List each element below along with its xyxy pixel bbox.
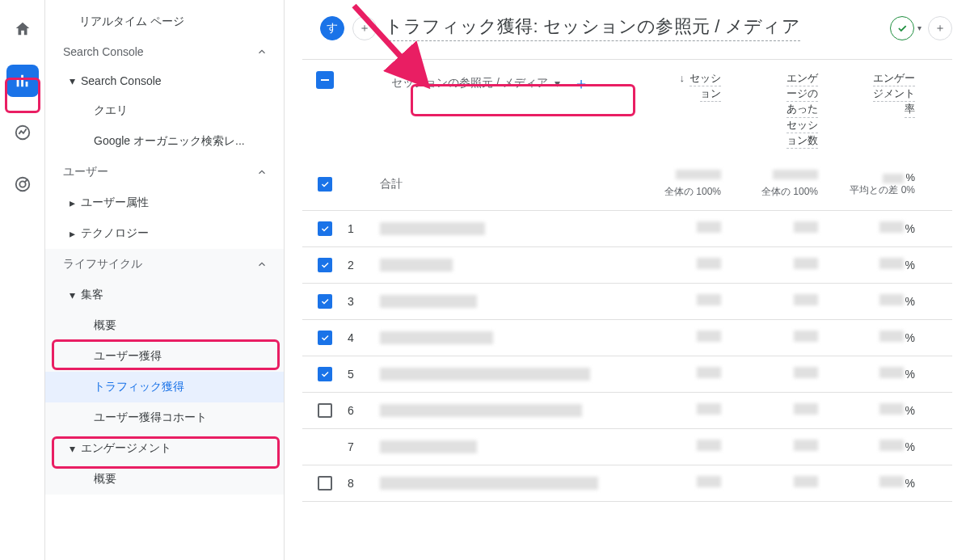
sidebar-item-label: ユーザー属性: [81, 196, 149, 210]
metric-cell: [728, 440, 824, 453]
sidebar-item-label: リアルタイム ページ: [79, 15, 184, 29]
metric-cell: [728, 258, 824, 272]
row-checkbox[interactable]: [318, 403, 332, 418]
metric-cell: [630, 331, 728, 344]
sidebar-item-label: ユーザー獲得コホート: [94, 411, 207, 425]
row-dimension-value: [380, 368, 590, 381]
sidebar-item-label: Search Console: [81, 74, 162, 87]
dimension-selector-label: セッションの参照元 / メディア: [391, 76, 548, 91]
add-dimension-button[interactable]: ＋: [573, 75, 589, 91]
metric-cell: [630, 221, 728, 235]
row-index: 4: [348, 331, 380, 344]
row-dimension-value: [380, 222, 485, 235]
add-button[interactable]: ＋: [352, 16, 377, 40]
home-icon[interactable]: [6, 13, 39, 45]
sidebar-item-label: 集客: [81, 288, 103, 302]
row-checkbox[interactable]: [318, 367, 332, 381]
sidebar-item-engagement-overview[interactable]: 概要: [45, 464, 284, 495]
row-dimension-value: [380, 295, 477, 308]
sidebar-item-traffic-acquisition[interactable]: トラフィック獲得: [45, 372, 284, 402]
metric-cell: %: [824, 367, 922, 381]
sidebar-section-lifecycle[interactable]: ライフサイクル: [45, 249, 284, 280]
row-index: 2: [348, 259, 380, 272]
row-index: 5: [348, 368, 380, 381]
chevron-up-icon: [255, 166, 269, 178]
summary-cell: %平均との差 0%: [824, 171, 922, 197]
sidebar: リアルタイム ページ Search Console ▾ Search Conso…: [45, 0, 285, 560]
sidebar-section-search-console[interactable]: Search Console: [45, 37, 284, 66]
table-row: 3%: [302, 284, 952, 320]
row-checkbox[interactable]: [318, 331, 332, 345]
svg-point-2: [19, 181, 25, 187]
sidebar-item-user-acquisition[interactable]: ユーザー獲得: [45, 341, 284, 372]
sidebar-section-user[interactable]: ユーザー: [45, 157, 284, 187]
sidebar-item-label: ユーザー獲得: [94, 349, 162, 364]
row-dimension-value: [380, 331, 493, 344]
back-button-label: す: [327, 21, 338, 36]
caret-down-icon: ▾: [68, 442, 76, 455]
metric-header-sessions[interactable]: ↓セッシ ョン: [630, 71, 728, 102]
metric-cell: %: [824, 294, 922, 308]
deselect-all-checkbox[interactable]: [316, 71, 334, 89]
sidebar-item-user-acquisition-cohort[interactable]: ユーザー獲得コホート: [45, 402, 284, 433]
back-button[interactable]: す: [320, 16, 344, 40]
status-ok-button[interactable]: [890, 16, 914, 40]
sort-arrow-down-icon: ↓: [680, 72, 685, 84]
metric-cell: %: [824, 403, 922, 417]
metric-cell: [728, 403, 824, 417]
row-dimension-value: [380, 477, 598, 490]
metric-cell: %: [824, 331, 922, 344]
sidebar-item-google-organic[interactable]: Google オーガニック検索レ...: [45, 126, 284, 157]
sidebar-item-realtime-page[interactable]: リアルタイム ページ: [45, 6, 284, 37]
metric-cell: %: [824, 440, 922, 453]
metric-cell: [630, 258, 728, 272]
caret-down-icon[interactable]: ▾: [917, 23, 922, 32]
row-dimension-value: [380, 404, 582, 417]
sidebar-item-queries[interactable]: クエリ: [45, 95, 284, 126]
add-panel-button[interactable]: ＋: [928, 16, 952, 40]
main-content: す ＋ トラフィック獲得: セッションの参照元 / メディア ▾ ＋: [285, 0, 970, 560]
dimension-selector[interactable]: セッションの参照元 / メディア ▾: [383, 71, 568, 95]
plus-icon: ＋: [359, 21, 370, 36]
row-index: 8: [348, 477, 380, 490]
table-row: 8%: [302, 465, 952, 502]
table-header: セッションの参照元 / メディア ▾ ＋ ↓セッシ ョン エンゲ ージの あった…: [302, 60, 952, 155]
advertising-icon[interactable]: [6, 168, 39, 200]
metric-cell: [728, 294, 824, 308]
reports-icon[interactable]: [6, 65, 39, 97]
metric-cell: [728, 367, 824, 381]
sidebar-item-technology[interactable]: ▸テクノロジー: [45, 218, 284, 249]
chevron-up-icon: [255, 46, 269, 57]
row-checkbox[interactable]: [318, 221, 332, 236]
row-index: 7: [348, 440, 380, 453]
row-checkbox[interactable]: [318, 258, 332, 272]
table-row: 4%: [302, 320, 952, 356]
metric-cell: %: [824, 221, 922, 235]
caret-down-icon: ▾: [555, 77, 560, 90]
select-all-checkbox[interactable]: [318, 177, 332, 192]
data-table: セッションの参照元 / メディア ▾ ＋ ↓セッシ ョン エンゲ ージの あった…: [302, 59, 952, 502]
sidebar-item-label: Google オーガニック検索レ...: [94, 134, 245, 149]
check-icon: [896, 23, 908, 34]
table-summary-row: 合計 全体の 100% 全体の 100% %平均との差 0%: [302, 155, 952, 211]
metric-header-engagement-rate[interactable]: エンゲー ジメント 率: [824, 71, 922, 118]
sidebar-group-engagement[interactable]: ▾エンゲージメント: [45, 433, 284, 464]
metric-cell: [630, 440, 728, 453]
explore-icon[interactable]: [6, 116, 39, 149]
sidebar-group-acquisition[interactable]: ▾集客: [45, 280, 284, 310]
row-dimension-value: [380, 259, 453, 272]
sidebar-group-search-console[interactable]: ▾ Search Console: [45, 66, 284, 95]
sidebar-item-label: トラフィック獲得: [94, 380, 184, 394]
row-dimension-value: [380, 440, 477, 453]
sidebar-item-overview[interactable]: 概要: [45, 310, 284, 341]
row-checkbox[interactable]: [318, 294, 332, 309]
metric-header-engaged-sessions[interactable]: エンゲ ージの あった セッシ ョン数: [728, 71, 824, 149]
row-checkbox[interactable]: [318, 476, 332, 491]
sidebar-item-label: 概要: [94, 318, 116, 333]
metric-cell: [728, 221, 824, 235]
row-index: 3: [348, 295, 380, 308]
caret-right-icon: ▸: [68, 196, 76, 209]
sidebar-item-label: テクノロジー: [81, 226, 149, 241]
sidebar-item-label: 概要: [94, 472, 116, 486]
sidebar-item-user-attributes[interactable]: ▸ユーザー属性: [45, 187, 284, 218]
